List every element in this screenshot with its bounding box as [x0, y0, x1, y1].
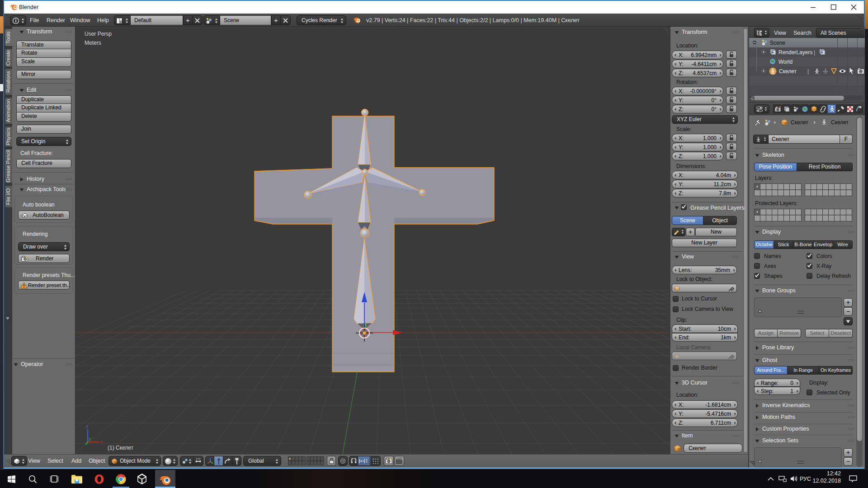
svg-text:y: y [89, 436, 91, 441]
svg-text:x: x [100, 439, 103, 445]
svg-text:z: z [86, 423, 89, 429]
